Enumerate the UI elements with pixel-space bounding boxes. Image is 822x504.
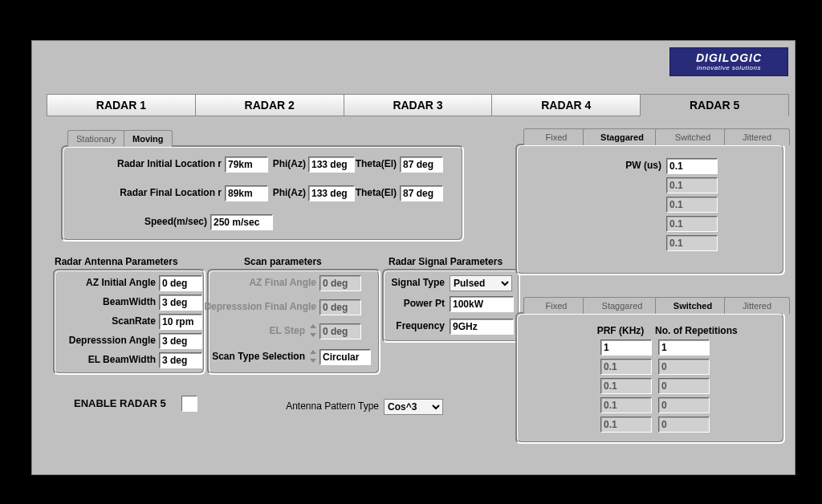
antenna-heading: Radar Antenna Parameters (55, 256, 178, 267)
initial-r-input[interactable]: 79km (225, 156, 268, 173)
initial-location-label: Radar Initial Location (63, 158, 215, 169)
az-final-input: 0 deg (319, 275, 361, 291)
prf-col1-2: 0.1 (600, 378, 652, 394)
brand-logo: DIGILOGIC innovative solutions (669, 47, 788, 76)
el-step-label: EL Step (204, 325, 305, 336)
prf-col2-1: 0 (658, 359, 710, 375)
r-label-2: r (215, 187, 222, 198)
pw-input-1: 0.1 (666, 177, 718, 193)
prf-col1-4: 0.1 (600, 417, 652, 433)
tab-radar-1[interactable]: RADAR 1 (47, 94, 196, 116)
pattern-label: Antenna Pattern Type (242, 400, 379, 412)
signal-type-select[interactable]: Pulsed (450, 275, 512, 291)
r-label-1: r (215, 158, 222, 169)
scan-type-label: Scan Type Selection (204, 351, 305, 362)
signal-heading: Radar Signal Parameters (389, 256, 503, 267)
tab-radar-3[interactable]: RADAR 3 (344, 94, 493, 116)
tab-radar-4[interactable]: RADAR 4 (491, 94, 641, 116)
initial-phi-input[interactable]: 133 deg (308, 156, 355, 173)
pw-frame: Fixed Staggared Switched Jittered PW (us… (515, 144, 785, 275)
prf-col2-0[interactable]: 1 (658, 339, 710, 356)
location-frame: Stationary Moving Radar Initial Location… (61, 145, 464, 242)
final-phi-input[interactable]: 133 deg (308, 185, 355, 201)
scanrate-input[interactable]: 10 rpm (159, 314, 202, 330)
prf-col2-4: 0 (658, 417, 710, 433)
scan-heading: Scan parameters (244, 256, 322, 267)
final-theta-input[interactable]: 87 deg (400, 185, 443, 201)
initial-theta-input[interactable]: 87 deg (400, 156, 443, 173)
prf-col1-1: 0.1 (600, 359, 652, 375)
tab-stationary[interactable]: Stationary (67, 130, 125, 147)
pattern-select[interactable]: Cos^3 (384, 399, 443, 415)
phi-label-1: Phi(Az) (267, 158, 306, 169)
scan-type-spinner[interactable] (308, 349, 318, 364)
el-beamwidth-label: EL BeamWidth (50, 354, 156, 365)
pw-heading: PW (us) (613, 160, 661, 171)
pw-tab-fixed[interactable]: Fixed (523, 128, 589, 145)
prf-tab-switched[interactable]: Switched (655, 297, 730, 314)
frequency-label: Frequency (382, 320, 445, 331)
radar-config-panel: DIGILOGIC innovative solutions RADAR 1 R… (31, 40, 796, 475)
beamwidth-input[interactable]: 3 deg (159, 295, 202, 311)
speed-input[interactable]: 250 m/sec (210, 214, 273, 230)
signal-type-label: Signal Type (382, 277, 445, 288)
prf-col1-0[interactable]: 1 (600, 339, 652, 356)
prf-frame: Fixed Staggared Switched Jittered PRF (K… (515, 312, 785, 444)
theta-label-2: Theta(El) (352, 187, 397, 198)
dep-final-input: 0 deg (319, 299, 361, 315)
pw-input-0[interactable]: 0.1 (666, 158, 718, 174)
pw-tab-jittered[interactable]: Jittered (724, 128, 790, 145)
prf-col1-3: 0.1 (600, 397, 652, 413)
el-step-input: 0 deg (319, 323, 361, 339)
logo-tagline: innovative solutions (697, 64, 761, 71)
speed-label: Speed(m/sec) (111, 216, 207, 227)
el-beamwidth-input[interactable]: 3 deg (159, 352, 202, 368)
scan-frame: AZ Final Angle 0 deg Depresssion Final A… (207, 269, 380, 375)
el-step-spinner[interactable] (308, 323, 318, 338)
depression-label: Depresssion Angle (50, 335, 156, 346)
enable-radar-label: ENABLE RADAR 5 (74, 397, 166, 409)
pw-input-4: 0.1 (666, 235, 718, 251)
prf-tab-staggared[interactable]: Staggared (583, 297, 661, 314)
beamwidth-label: BeamWidth (50, 296, 156, 307)
prf-tab-jittered[interactable]: Jittered (724, 297, 790, 314)
scanrate-label: ScanRate (50, 315, 156, 327)
logo-word: DIGILOGIC (696, 53, 762, 64)
final-r-input[interactable]: 89km (225, 185, 268, 201)
pw-input-2: 0.1 (666, 197, 718, 213)
signal-frame: Signal Type Pulsed Power Pt 100kW Freque… (382, 269, 520, 343)
prf-col2-2: 0 (658, 378, 710, 394)
scan-type-input[interactable]: Circular (319, 349, 371, 365)
tab-radar-5[interactable]: RADAR 5 (640, 94, 789, 116)
frequency-input[interactable]: 9GHz (450, 319, 514, 335)
pw-input-3: 0.1 (666, 216, 718, 232)
tab-moving[interactable]: Moving (124, 130, 173, 147)
power-input[interactable]: 100kW (450, 296, 514, 312)
pw-tab-staggared[interactable]: Staggared (583, 128, 661, 145)
power-label: Power Pt (382, 298, 445, 309)
pw-tab-switched[interactable]: Switched (655, 128, 730, 145)
radar-tabs: RADAR 1 RADAR 2 RADAR 3 RADAR 4 RADAR 5 (47, 94, 788, 116)
az-final-label: AZ Final Angle (204, 277, 316, 288)
az-initial-input[interactable]: 0 deg (159, 275, 202, 291)
theta-label-1: Theta(El) (352, 158, 397, 169)
prf-tab-fixed[interactable]: Fixed (523, 297, 589, 314)
az-initial-label: AZ Initial Angle (50, 277, 156, 288)
phi-label-2: Phi(Az) (267, 187, 306, 198)
enable-radar-checkbox[interactable] (181, 396, 197, 412)
tab-radar-2[interactable]: RADAR 2 (195, 94, 344, 116)
prf-col2-3: 0 (658, 397, 710, 413)
depression-input[interactable]: 3 deg (159, 333, 202, 349)
final-location-label: Radar Final Location (63, 187, 215, 198)
antenna-frame: AZ Initial Angle 0 deg BeamWidth 3 deg S… (53, 269, 206, 375)
dep-final-label: Depresssion Final Angle (204, 301, 316, 312)
prf-col1-heading: PRF (KHz) (592, 325, 649, 336)
prf-col2-heading: No. of Repetitions (655, 325, 751, 336)
